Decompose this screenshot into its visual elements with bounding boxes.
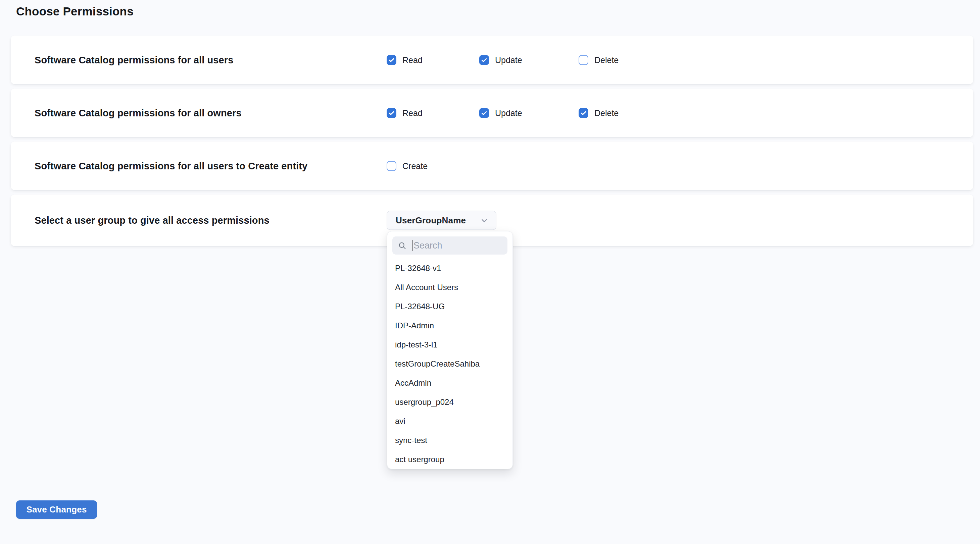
dropdown-option[interactable]: IDP-Admin <box>392 316 508 335</box>
card-label: Software Catalog permissions for all use… <box>35 54 233 65</box>
permission-card-all-users: Software Catalog permissions for all use… <box>11 36 973 84</box>
checkbox-label: Delete <box>594 108 619 118</box>
dropdown-option[interactable]: AccAdmin <box>392 373 508 392</box>
card-label: Software Catalog permissions for all use… <box>35 160 307 171</box>
permission-card-create-entity: Software Catalog permissions for all use… <box>11 141 973 190</box>
checkbox-label: Update <box>495 55 522 65</box>
checkbox-users-read[interactable]: Read <box>387 55 423 65</box>
check-icon <box>480 56 488 63</box>
checkbox-box <box>579 108 588 118</box>
dropdown-option[interactable]: usergroup_p024 <box>392 392 508 412</box>
chevron-down-icon <box>480 216 488 225</box>
checkbox-box <box>579 55 588 65</box>
usergroup-select[interactable]: UserGroupName <box>387 211 496 230</box>
dropdown-option[interactable]: sync-test <box>392 431 508 450</box>
checkbox-users-update[interactable]: Update <box>479 55 522 65</box>
dropdown-option[interactable]: idp-test-3-l1 <box>392 335 508 354</box>
checkbox-box <box>387 161 396 171</box>
page-title: Choose Permissions <box>16 5 134 18</box>
checkbox-label: Create <box>402 161 428 171</box>
check-icon <box>388 56 395 63</box>
dropdown-option[interactable]: testGroupCreateSahiba <box>392 354 508 373</box>
dropdown-option[interactable]: PL-32648-UG <box>392 297 508 316</box>
checkbox-label: Read <box>402 108 423 118</box>
check-icon <box>388 109 395 116</box>
checkbox-box <box>387 108 396 118</box>
checkbox-box <box>479 108 489 118</box>
checkbox-label: Delete <box>594 55 619 65</box>
checkbox-box <box>479 55 489 65</box>
permission-card-all-owners: Software Catalog permissions for all own… <box>11 89 973 137</box>
checkbox-owners-read[interactable]: Read <box>387 108 423 118</box>
check-icon <box>580 109 587 116</box>
search-input[interactable] <box>412 241 502 251</box>
usergroup-options-list: PL-32648-v1 All Account Users PL-32648-U… <box>392 259 508 469</box>
checkbox-users-delete[interactable]: Delete <box>579 55 619 65</box>
usergroup-select-value: UserGroupName <box>396 215 466 226</box>
dropdown-search-box[interactable] <box>392 236 508 255</box>
check-icon <box>480 109 488 116</box>
dropdown-option[interactable]: PL-32648-v1 <box>392 259 508 278</box>
save-changes-button[interactable]: Save Changes <box>16 500 97 519</box>
dropdown-option[interactable]: avi <box>392 412 508 431</box>
card-label: Select a user group to give all access p… <box>35 215 269 226</box>
checkbox-box <box>387 55 396 65</box>
checkbox-label: Update <box>495 108 522 118</box>
dropdown-option[interactable]: act usergroup <box>392 450 508 469</box>
card-label: Software Catalog permissions for all own… <box>35 107 242 118</box>
checkbox-owners-update[interactable]: Update <box>479 108 522 118</box>
dropdown-option[interactable]: All Account Users <box>392 278 508 297</box>
usergroup-dropdown-panel: PL-32648-v1 All Account Users PL-32648-U… <box>387 231 513 469</box>
checkbox-owners-delete[interactable]: Delete <box>579 108 619 118</box>
checkbox-label: Read <box>402 55 423 65</box>
checkbox-create[interactable]: Create <box>387 161 428 171</box>
search-icon <box>398 241 407 250</box>
